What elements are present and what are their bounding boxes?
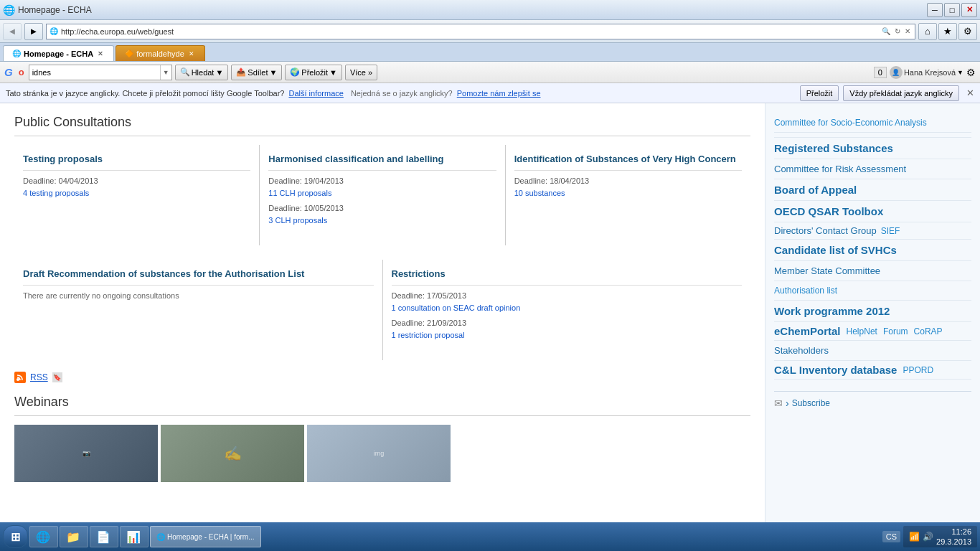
webinar-thumb-2[interactable]: ✍	[161, 425, 304, 482]
sidebar-inline-echem: eChemPortal HelpNet Forum CoRAP	[774, 322, 971, 341]
user-badge: 👤 Hana Krejsová ▼	[890, 66, 963, 79]
start-icon: ⊞	[11, 530, 20, 544]
forward-button[interactable]: ►	[24, 23, 43, 40]
translation-info-link[interactable]: Další informace	[288, 89, 343, 98]
taskbar-btn-folder[interactable]: 📁	[60, 526, 88, 547]
taskbar-btn-ie[interactable]: 🌐	[29, 526, 58, 547]
back-button[interactable]: ◄	[3, 23, 22, 40]
svhc-link1[interactable]: 10 substances	[514, 189, 565, 197]
sdilet-button[interactable]: 📤 Sdílet ▼	[231, 65, 282, 80]
nav-right-buttons: ⌂ ★ ⚙	[918, 23, 977, 40]
sidebar-link-board-of-appeal[interactable]: Board of Appeal	[774, 179, 971, 201]
clh-card: Harmonised classification and labelling …	[260, 145, 504, 245]
main-content-area: Public Consultations Testing proposals D…	[0, 103, 980, 551]
taskbar-active-window[interactable]: 🌐 Homepage - ECHA | form...	[150, 526, 261, 547]
browser-window: 🌐 Homepage - ECHA ─ □ ✕ ◄ ► 🌐 http://ech…	[0, 0, 980, 103]
prelozit-label: Přeložit	[301, 68, 328, 77]
sidebar-link-socio-economic[interactable]: Committee for Socio-Economic Analysis	[774, 113, 971, 133]
sidebar-link-echem-portal[interactable]: eChemPortal	[774, 325, 841, 337]
sidebar-link-sief[interactable]: SIEF	[881, 226, 900, 236]
taskbar-word-icon: 📄	[96, 530, 110, 544]
minimize-button[interactable]: ─	[927, 3, 943, 17]
rss-link[interactable]: RSS	[30, 372, 48, 382]
toolbar-settings-icon[interactable]: ⚙	[966, 67, 976, 78]
tab-formaldehyde[interactable]: 🔶 formaldehyde ✕	[116, 45, 205, 61]
email-icon: ✉	[774, 397, 783, 409]
sidebar-link-authorisation-list[interactable]: Authorisation list	[774, 281, 971, 301]
webinar-thumb-3[interactable]: img	[307, 425, 451, 482]
bookmark-icon[interactable]: 🔖	[52, 372, 62, 382]
translate-button[interactable]: Přeložit	[800, 85, 839, 101]
taskbar-active-icon: 🌐	[156, 533, 165, 541]
testing-proposals-card: Testing proposals Deadline: 04/04/2013 4…	[14, 145, 259, 245]
sidebar-link-committee-risk[interactable]: Committee for Risk Assessment	[774, 159, 971, 179]
subscribe-link[interactable]: Subscribe	[792, 398, 830, 408]
window-controls: ─ □ ✕	[927, 3, 977, 17]
toolbar-right: 0 👤 Hana Krejsová ▼ ⚙	[874, 66, 976, 79]
close-button[interactable]: ✕	[961, 3, 977, 17]
google-search-input[interactable]	[29, 68, 160, 77]
sidebar-link-corap[interactable]: CoRAP	[914, 326, 943, 336]
sidebar-link-forum[interactable]: Forum	[883, 326, 908, 336]
window-title: Homepage - ECHA	[18, 5, 92, 15]
rss-icon	[14, 372, 26, 383]
bottom-grid: Draft Recommendation of substances for t…	[14, 260, 750, 360]
tab-formaldehyde-close[interactable]: ✕	[187, 50, 196, 58]
refresh-button[interactable]: ↻	[893, 27, 902, 35]
sidebar-link-directors[interactable]: Directors' Contact Group	[774, 225, 877, 236]
sidebar-link-ppord[interactable]: PPORD	[903, 365, 933, 375]
hledat-dropdown: ▼	[215, 68, 223, 77]
start-button[interactable]: ⊞	[3, 525, 28, 548]
sidebar-link-stakeholders[interactable]: Stakeholders	[774, 341, 971, 361]
testing-proposals-link1[interactable]: 4 testing proposals	[23, 189, 89, 197]
testing-proposals-title: Testing proposals	[23, 154, 250, 171]
hledat-button[interactable]: 🔍 Hledat ▼	[175, 65, 229, 80]
sidebar-link-registered-substances[interactable]: Registered Substances	[774, 138, 971, 159]
favorites-button[interactable]: ★	[938, 23, 957, 40]
restrictions-link2[interactable]: 1 restriction proposal	[392, 331, 465, 339]
sidebar-link-helpnet[interactable]: HelpNet	[847, 326, 877, 336]
user-dropdown[interactable]: ▼	[957, 69, 963, 76]
prelozit-button[interactable]: 🌍 Přeložit ▼	[285, 65, 342, 80]
tab-homepage-close[interactable]: ✕	[96, 50, 105, 58]
tab-formaldehyde-icon: 🔶	[125, 50, 133, 57]
svhc-title: Identification of Substances of Very Hig…	[514, 154, 742, 171]
tools-button[interactable]: ⚙	[958, 23, 977, 40]
restrictions-link1[interactable]: 1 consultation on SEAC draft opinion	[392, 303, 521, 312]
nav-bar: ◄ ► 🌐 http://echa.europa.eu/web/guest 🔍 …	[0, 20, 980, 43]
taskbar-right: CS 📶 🔊 11:26 29.3.2013	[882, 526, 977, 547]
clh-link1[interactable]: 11 CLH proposals	[268, 189, 331, 197]
home-button[interactable]: ⌂	[918, 23, 937, 40]
google-search-dropdown[interactable]: ▼	[160, 65, 171, 80]
title-bar-left: 🌐 Homepage - ECHA	[3, 4, 92, 16]
sidebar-link-member-state[interactable]: Member State Committee	[774, 261, 971, 281]
rss-row: RSS 🔖	[14, 372, 750, 383]
user-name: Hana Krejsová	[904, 68, 956, 77]
hledat-label: Hledat	[192, 68, 215, 77]
translation-help-link[interactable]: Pomozte nám zlepšit se	[457, 89, 541, 98]
sidebar-link-cl-inventory[interactable]: C&L Inventory database	[774, 364, 897, 376]
sidebar-link-work-programme[interactable]: Work programme 2012	[774, 301, 971, 322]
tab-homepage[interactable]: 🌐 Homepage - ECHA ✕	[3, 45, 114, 61]
webinar-thumb-1[interactable]: 📷	[14, 425, 158, 482]
svhc-card: Identification of Substances of Very Hig…	[506, 145, 750, 245]
restrictions-title: Restrictions	[392, 268, 743, 286]
taskbar-btn-ppt[interactable]: 📊	[120, 526, 149, 547]
translate-always-button[interactable]: Vždy překládat jazyk anglicky	[843, 85, 959, 101]
testing-proposals-deadline1: Deadline: 04/04/2013	[23, 176, 250, 185]
clh-deadline2: Deadline: 10/05/2013	[268, 204, 496, 212]
sidebar-link-oecd-qsar[interactable]: OECD QSAR Toolbox	[774, 201, 971, 222]
clh-link2[interactable]: 3 CLH proposals	[268, 216, 327, 225]
maximize-button[interactable]: □	[944, 3, 960, 17]
consultations-grid: Testing proposals Deadline: 04/04/2013 4…	[14, 145, 750, 245]
vice-button[interactable]: Více »	[345, 65, 377, 80]
user-avatar: 👤	[890, 66, 903, 79]
stop-button[interactable]: ✕	[903, 27, 912, 35]
page-content: Public Consultations Testing proposals D…	[0, 103, 765, 551]
sidebar-link-candidate-list[interactable]: Candidate list of SVHCs	[774, 240, 971, 261]
prelozit-dropdown: ▼	[329, 68, 337, 77]
clock-date: 29.3.2013	[936, 537, 971, 547]
translation-close-button[interactable]: ✕	[966, 88, 974, 98]
search-address-icon[interactable]: 🔍	[880, 27, 892, 35]
taskbar-btn-word[interactable]: 📄	[90, 526, 118, 547]
